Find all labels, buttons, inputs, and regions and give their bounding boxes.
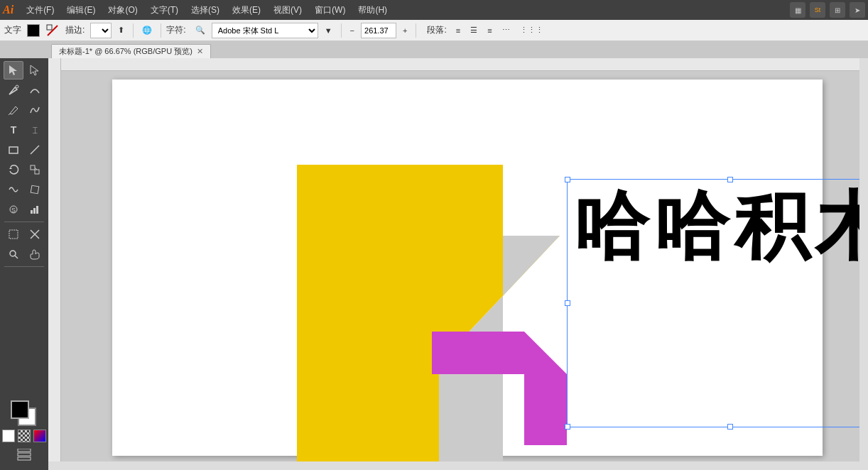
scrollbar-bottom[interactable]	[48, 461, 868, 470]
tab-close-button[interactable]: ✕	[197, 47, 203, 56]
svg-line-5	[9, 114, 10, 115]
toolbar-align-left-icon[interactable]: ≡	[452, 24, 464, 37]
tool-row-10	[4, 245, 45, 263]
main-area: T ⌶	[0, 58, 868, 470]
text-element[interactable]: 哈哈积木	[567, 179, 868, 427]
tool-row-9	[4, 225, 45, 244]
menu-object[interactable]: 对象(O)	[102, 3, 143, 18]
handle-top-left[interactable]	[565, 177, 570, 182]
tool-graph[interactable]	[25, 200, 45, 219]
tool-rectangle[interactable]	[4, 141, 23, 159]
text-selection-box	[567, 179, 868, 427]
tool-line[interactable]	[25, 141, 45, 159]
tool-zoom[interactable]	[4, 245, 23, 263]
menu-text[interactable]: 文字(T)	[145, 3, 184, 18]
tool-free-transform[interactable]	[25, 180, 45, 199]
svg-rect-17	[36, 206, 38, 214]
menu-icon-send[interactable]: ➤	[850, 2, 865, 18]
tool-pen[interactable]	[4, 81, 23, 99]
tool-slice[interactable]	[25, 225, 45, 244]
handle-top-center[interactable]	[727, 177, 733, 182]
app-logo: Ai	[3, 4, 13, 16]
menu-effect[interactable]: 效果(E)	[227, 3, 266, 18]
toolbar-stroke-select[interactable]	[90, 23, 112, 38]
svg-line-22	[15, 256, 18, 258]
tool-hand[interactable]	[25, 245, 45, 263]
scrollbar-right[interactable]	[859, 58, 868, 470]
toolbar-font-label: 字符:	[166, 24, 185, 36]
menu-window[interactable]: 窗口(W)	[309, 3, 351, 18]
menu-view[interactable]: 视图(V)	[268, 3, 308, 18]
tool-type[interactable]: T	[4, 121, 23, 139]
canvas-area: 哈哈积木	[48, 58, 868, 470]
gradient-swatch[interactable]	[33, 430, 46, 442]
toolbar-paragraph-label: 段落:	[427, 24, 446, 36]
toolbar-color-swatch[interactable]	[27, 24, 40, 37]
menu-help[interactable]: 帮助(H)	[352, 3, 393, 18]
menu-file[interactable]: 文件(F)	[21, 3, 60, 18]
toolbar-align-right-icon[interactable]: ≡	[484, 24, 495, 37]
tool-warp[interactable]	[4, 180, 23, 199]
tool-direct-select[interactable]	[25, 61, 45, 80]
tool-row-3	[4, 101, 45, 119]
svg-rect-9	[31, 165, 35, 170]
tool-select[interactable]	[4, 61, 23, 80]
none-swatch[interactable]	[18, 430, 31, 442]
svg-rect-15	[31, 210, 33, 214]
toolbar-minus-icon[interactable]: −	[347, 24, 358, 37]
toolbar-more-icon[interactable]: ⋯	[499, 23, 514, 37]
handle-bottom-left[interactable]	[565, 424, 570, 430]
menu-icon-1[interactable]: ▦	[790, 2, 805, 18]
toolbar-font-arrow-icon[interactable]: ▼	[321, 24, 336, 37]
toolbar-stroke-label: 描边:	[65, 24, 85, 36]
svg-line-7	[31, 146, 39, 154]
handle-middle-left[interactable]	[565, 300, 570, 306]
menu-right-icons: ▦ St ⊞ ➤	[790, 2, 865, 18]
tool-smooth[interactable]	[25, 101, 45, 119]
svg-point-21	[10, 251, 16, 256]
purple-shape[interactable]	[432, 332, 567, 447]
tool-row-6	[4, 160, 45, 179]
toolbar-font-search-icon[interactable]: 🔍	[192, 23, 209, 37]
svg-marker-3	[31, 65, 38, 75]
svg-rect-16	[33, 208, 36, 214]
tool-layers-icon[interactable]	[14, 446, 34, 464]
toolbar-sep2	[161, 23, 161, 38]
menu-icon-grid[interactable]: ⊞	[830, 2, 845, 18]
svg-marker-8	[9, 167, 12, 169]
toolbar-tool-label: 文字	[4, 24, 21, 36]
toolbar-stroke-icon[interactable]	[43, 22, 63, 39]
tool-scale[interactable]	[25, 160, 45, 179]
svg-rect-6	[9, 147, 18, 153]
toolbar-properties-icon[interactable]: ⋮⋮⋮	[516, 23, 547, 37]
menu-icon-st[interactable]: St	[810, 2, 825, 18]
tool-row-5	[4, 141, 45, 159]
svg-rect-25	[18, 449, 31, 452]
menu-bar: Ai 文件(F) 编辑(E) 对象(O) 文字(T) 选择(S) 效果(E) 视…	[0, 0, 868, 20]
tab-title: 未标题-1* @ 66.67% (RGB/GPU 预览)	[59, 46, 192, 57]
tool-curvature[interactable]	[25, 81, 45, 99]
tool-type-vertical[interactable]: ⌶	[25, 121, 45, 139]
fill-swatch[interactable]	[11, 400, 29, 419]
svg-rect-18	[9, 230, 18, 239]
toolbar-align-center-icon[interactable]: ☰	[467, 23, 481, 37]
toolbar-plus-icon[interactable]: +	[399, 24, 411, 37]
tool-pencil[interactable]	[4, 101, 23, 119]
toolbar-globe-icon[interactable]: 🌐	[139, 23, 156, 37]
svg-point-4	[16, 85, 18, 88]
handle-bottom-center[interactable]	[727, 424, 733, 430]
tool-artboard[interactable]	[4, 225, 23, 244]
menu-select[interactable]: 选择(S)	[185, 3, 225, 18]
tool-divider-2	[4, 266, 44, 267]
toolbar-sep1	[133, 23, 134, 38]
white-swatch[interactable]	[2, 430, 15, 442]
toolbar-font-select[interactable]: Adobe 宋体 Std L	[212, 23, 318, 38]
tool-rotate[interactable]	[4, 160, 23, 179]
document-tab[interactable]: 未标题-1* @ 66.67% (RGB/GPU 预览) ✕	[51, 44, 211, 58]
color-swatches	[11, 400, 38, 427]
menu-edit[interactable]: 编辑(E)	[61, 3, 101, 18]
toolbar-stroke-size-icon[interactable]: ⬆	[114, 23, 128, 37]
tool-symbol[interactable]: S	[4, 200, 23, 219]
color-area	[2, 400, 46, 467]
toolbar-font-size-input[interactable]	[361, 23, 396, 38]
